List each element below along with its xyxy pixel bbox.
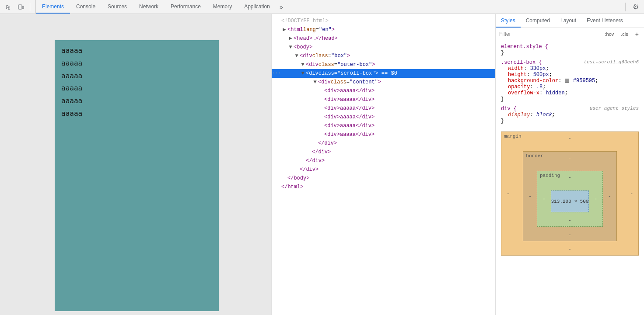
margin-right-val[interactable]: - (628, 191, 635, 196)
toolbar-icon-group (0, 0, 36, 14)
tab-performance[interactable]: Performance (164, 0, 207, 14)
list-item: aaaaa (61, 107, 212, 120)
dom-line[interactable]: ··· <div>aaaaa</div> (272, 95, 495, 104)
margin-bottom-val[interactable]: - (505, 246, 635, 252)
triangle-icon[interactable]: ▶ (281, 26, 287, 34)
triangle-icon[interactable]: ▼ (312, 78, 318, 86)
tab-memory[interactable]: Memory (207, 0, 238, 14)
dom-line[interactable]: ··· <div>aaaaa</div> (272, 104, 495, 113)
list-item: aaaaa (61, 45, 212, 57)
triangle-icon[interactable]: ▼ (300, 69, 306, 77)
list-item: aaaaa (61, 70, 212, 83)
box-model-border: border - - padding - - (523, 151, 616, 241)
dom-line[interactable]: ··· <div>aaaaa</div> (272, 121, 495, 130)
dom-line[interactable]: ··· </html> (272, 183, 495, 191)
svg-rect-1 (22, 6, 24, 9)
dom-line[interactable]: ··· </div> (272, 156, 495, 165)
dom-line-selected[interactable]: ··· ▼ <div class="scroll-box" > == $0 (272, 69, 495, 78)
dots-btn[interactable]: ··· (272, 69, 281, 77)
border-bottom-val[interactable]: - (527, 232, 612, 237)
toolbar-separator (30, 3, 30, 11)
tab-elements[interactable]: Elements (36, 0, 70, 14)
tab-layout[interactable]: Layout (555, 14, 581, 28)
dom-line[interactable]: ··· ▼ <div class="outer-box" > (272, 60, 495, 69)
triangle-icon[interactable]: ▼ (294, 52, 300, 60)
devtools-toolbar: Elements Console Sources Network Perform… (0, 0, 644, 14)
padding-left-val[interactable]: - (541, 196, 547, 201)
triangle-icon[interactable]: ▼ (300, 61, 306, 69)
dom-line[interactable]: ··· </div> (272, 148, 495, 156)
device-icon[interactable] (16, 2, 26, 12)
padding-right-val[interactable]: - (592, 196, 599, 201)
dom-line[interactable]: ··· </div> (272, 165, 495, 174)
padding-bottom-val[interactable]: - (541, 218, 599, 223)
triangle-icon[interactable]: ▼ (287, 43, 294, 51)
tab-console[interactable]: Console (70, 0, 102, 14)
list-item: aaaaa (61, 95, 212, 107)
tab-application[interactable]: Application (238, 0, 276, 14)
color-swatch[interactable] (565, 79, 569, 83)
padding-label: padding (540, 173, 560, 178)
margin-left-val[interactable]: - (505, 191, 511, 196)
toolbar-separator-2 (625, 3, 626, 11)
border-label: border (526, 153, 543, 159)
add-style-btn[interactable]: + (634, 31, 640, 38)
triangle-icon[interactable]: ▶ (287, 35, 294, 42)
styles-tab-bar: Styles Computed Layout Event Listeners (496, 14, 644, 28)
box-model-padding: padding - - 313.200 × 500 - (537, 171, 603, 227)
tab-computed[interactable]: Computed (521, 14, 555, 28)
dom-line[interactable]: ··· ▶ <html lang="en" > (272, 25, 495, 34)
svg-rect-0 (18, 5, 22, 9)
tab-sources[interactable]: Sources (102, 0, 133, 14)
dom-line[interactable]: ··· ▼ <div class="content" > (272, 78, 495, 87)
settings-btn[interactable]: ⚙ (627, 3, 644, 11)
border-right-val[interactable]: - (606, 194, 613, 199)
dom-panel: ··· <!DOCTYPE html> ··· ▶ <html lang="en… (271, 14, 495, 315)
cursor-icon[interactable] (4, 2, 14, 12)
tab-event-listeners[interactable]: Event Listeners (581, 14, 628, 28)
dom-line[interactable]: ··· ▼ <body> (272, 43, 495, 52)
styles-panel: Styles Computed Layout Event Listeners :… (495, 14, 644, 315)
scroll-box-preview: aaaaa aaaaa aaaaa aaaaa aaaaa aaaaa (55, 40, 219, 311)
filter-input[interactable] (499, 31, 600, 37)
main-area: aaaaa aaaaa aaaaa aaaaa aaaaa aaaaa ··· … (0, 14, 644, 315)
pseudo-btn[interactable]: :hov (603, 31, 616, 38)
margin-top-val[interactable]: - (505, 135, 635, 141)
dom-line[interactable]: ··· <div>aaaaa</div> (272, 113, 495, 121)
css-rule: element.style { } (496, 42, 644, 58)
dom-line[interactable]: ··· ▶ <head>…</head> (272, 34, 495, 43)
margin-label: margin (504, 134, 522, 139)
tab-network[interactable]: Network (133, 0, 164, 14)
list-item: aaaaa (61, 82, 212, 95)
content-size: 313.200 × 500 (551, 199, 589, 204)
cls-btn[interactable]: .cls (619, 31, 630, 38)
box-model-content: 313.200 × 500 (551, 190, 589, 212)
dom-line[interactable]: ··· <!DOCTYPE html> (272, 17, 495, 25)
styles-filter-bar: :hov .cls + (496, 28, 644, 40)
dom-line[interactable]: ··· </body> (272, 174, 495, 183)
dom-line[interactable]: ··· <div>aaaaa</div> (272, 87, 495, 95)
dom-line[interactable]: ··· </div> (272, 139, 495, 148)
dom-line[interactable]: ··· ▼ <div class="box" > (272, 52, 495, 60)
css-rule: .scroll-box { test-scroll…g60eeh6 width:… (496, 58, 644, 104)
tab-styles[interactable]: Styles (496, 14, 521, 28)
css-rule: div { user agent styles display: block; … (496, 104, 644, 126)
box-model-container: margin - - border - - padding - (496, 126, 644, 261)
tab-bar: Elements Console Sources Network Perform… (36, 0, 623, 14)
preview-pane: aaaaa aaaaa aaaaa aaaaa aaaaa aaaaa (0, 14, 271, 315)
styles-content: element.style { } .scroll-box { test-scr… (496, 40, 644, 315)
border-left-val[interactable]: - (527, 194, 533, 199)
tab-overflow-btn[interactable]: » (276, 0, 287, 14)
list-item: aaaaa (61, 57, 212, 70)
box-model-outer: margin - - border - - padding - (501, 132, 639, 256)
dom-line[interactable]: ··· <div>aaaaa</div> (272, 130, 495, 139)
